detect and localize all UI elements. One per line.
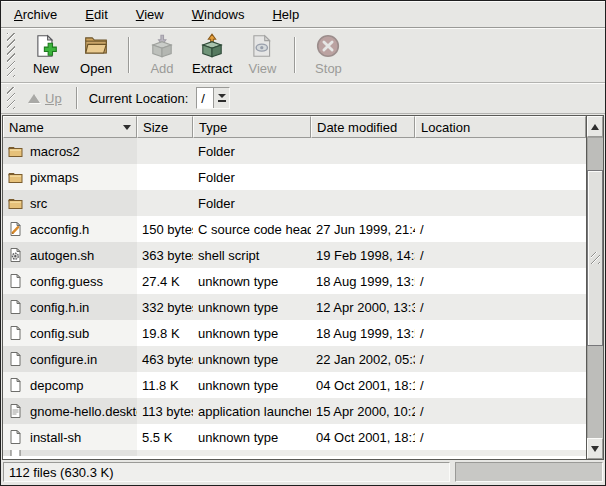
table-row[interactable]: config.h.in 332 bytes unknown type 12 Ap… [3, 294, 586, 320]
status-bar: 112 files (630.3 K) [1, 460, 605, 485]
size-cell [137, 190, 193, 216]
vertical-scrollbar[interactable] [586, 116, 603, 459]
document-icon [7, 351, 25, 368]
date-modified-cell [311, 190, 415, 216]
name-cell: acconfig.h [3, 216, 137, 242]
toolbar-button-label: Add [150, 61, 173, 76]
folder-icon [7, 195, 25, 212]
file-location: / [420, 326, 424, 341]
table-row[interactable] [3, 450, 586, 456]
file-size: 463 bytes [142, 352, 193, 367]
file-type: C source code header [198, 222, 311, 237]
scrollbar-track[interactable] [587, 137, 603, 438]
location-cell: / [415, 424, 586, 450]
type-cell: unknown type [193, 372, 311, 398]
scroll-up-button[interactable] [587, 116, 603, 137]
document-icon [7, 377, 25, 394]
name-cell: config.sub [3, 320, 137, 346]
toolbar-button-label: Stop [315, 61, 342, 76]
name-cell: src [3, 190, 137, 216]
file-name: configure.in [30, 352, 97, 367]
file-date-modified: 18 Aug 1999, 13:53 [316, 326, 415, 341]
file-location: / [420, 274, 424, 289]
scroll-down-button[interactable] [587, 438, 603, 459]
table-row[interactable]: src Folder [3, 190, 586, 216]
table-row[interactable]: depcomp 11.8 K unknown type 04 Oct 2001,… [3, 372, 586, 398]
column-header-name[interactable]: Name [3, 116, 137, 138]
table-row[interactable]: pixmaps Folder [3, 164, 586, 190]
file-type: Folder [198, 196, 235, 211]
type-cell: unknown type [193, 268, 311, 294]
toolbar-separator [128, 37, 130, 73]
extract-button[interactable]: Extract [187, 31, 237, 79]
column-header-date-modified[interactable]: Date modified [311, 116, 415, 138]
file-date-modified: 04 Oct 2001, 18:12 [316, 378, 415, 393]
menu-windows[interactable]: Windows [183, 3, 254, 26]
name-cell: gnome-hello.desktop [3, 398, 137, 424]
file-list-body: macros2 Folder pixmaps Folder [3, 138, 586, 459]
location-bar-drag-handle[interactable] [7, 87, 15, 109]
folder-icon [7, 143, 25, 160]
table-row[interactable]: autogen.sh 363 bytes shell script 19 Feb… [3, 242, 586, 268]
column-header-label: Name [9, 120, 44, 135]
table-row[interactable]: configure.in 463 bytes unknown type 22 J… [3, 346, 586, 372]
up-button: Up [21, 88, 69, 109]
location-bar-separator [76, 87, 78, 109]
scrollbar-grip [591, 252, 600, 264]
new-archive-icon [33, 33, 59, 59]
menu-help[interactable]: Help [263, 3, 308, 26]
location-cell: / [415, 242, 586, 268]
name-cell: config.h.in [3, 294, 137, 320]
add-button: Add [137, 31, 187, 79]
document-icon [7, 429, 25, 446]
file-name: acconfig.h [30, 222, 89, 237]
add-files-icon [149, 33, 175, 59]
name-cell: pixmaps [3, 164, 137, 190]
location-combo-dropdown[interactable] [213, 88, 229, 108]
file-location: / [420, 378, 424, 393]
size-cell: 332 bytes [137, 294, 193, 320]
location-cell: / [415, 216, 586, 242]
menu-archive[interactable]: Archive [5, 3, 66, 26]
scrollbar-thumb[interactable] [587, 170, 603, 346]
type-cell: Folder [193, 190, 311, 216]
date-modified-cell: 22 Jan 2002, 05:35 [311, 346, 415, 372]
status-progress-box [455, 462, 603, 482]
open-button[interactable]: Open [71, 31, 121, 79]
file-type: unknown type [198, 378, 278, 393]
column-header-size[interactable]: Size [137, 116, 193, 138]
type-cell [193, 450, 311, 456]
date-modified-cell: 12 Apr 2000, 13:36 [311, 294, 415, 320]
table-row[interactable]: acconfig.h 150 bytes C source code heade… [3, 216, 586, 242]
size-cell: 113 bytes [137, 398, 193, 424]
column-header-row: Name Size Type Date modified Location [3, 116, 586, 138]
date-modified-cell [311, 450, 415, 456]
scroll-up-arrow-icon [591, 124, 599, 130]
chevron-down-icon [218, 94, 226, 98]
menu-view[interactable]: View [127, 3, 173, 26]
size-cell: 363 bytes [137, 242, 193, 268]
menu-edit[interactable]: Edit [76, 3, 116, 26]
table-row[interactable]: gnome-hello.desktop 113 bytes applicatio… [3, 398, 586, 424]
column-header-type[interactable]: Type [193, 116, 311, 138]
new-button[interactable]: New [21, 31, 71, 79]
table-row[interactable]: config.sub 19.8 K unknown type 18 Aug 19… [3, 320, 586, 346]
file-size: 113 bytes [142, 404, 193, 419]
column-header-location[interactable]: Location [415, 116, 586, 138]
column-header-label: Date modified [317, 120, 397, 135]
file-location: / [420, 300, 424, 315]
scroll-down-arrow-icon [591, 446, 599, 452]
date-modified-cell: 18 Aug 1999, 13:53 [311, 320, 415, 346]
toolbar-drag-handle[interactable] [7, 33, 15, 77]
table-row[interactable]: config.guess 27.4 K unknown type 18 Aug … [3, 268, 586, 294]
type-cell: application launcher [193, 398, 311, 424]
date-modified-cell: 04 Oct 2001, 18:12 [311, 424, 415, 450]
file-location: / [420, 430, 424, 445]
stop-button: Stop [303, 31, 353, 79]
file-name: autogen.sh [30, 248, 94, 263]
location-combo[interactable]: / [196, 87, 230, 109]
name-cell: macros2 [3, 138, 137, 164]
table-row[interactable]: install-sh 5.5 K unknown type 04 Oct 200… [3, 424, 586, 450]
table-row[interactable]: macros2 Folder [3, 138, 586, 164]
file-list-area: Name Size Type Date modified Location [2, 115, 604, 460]
